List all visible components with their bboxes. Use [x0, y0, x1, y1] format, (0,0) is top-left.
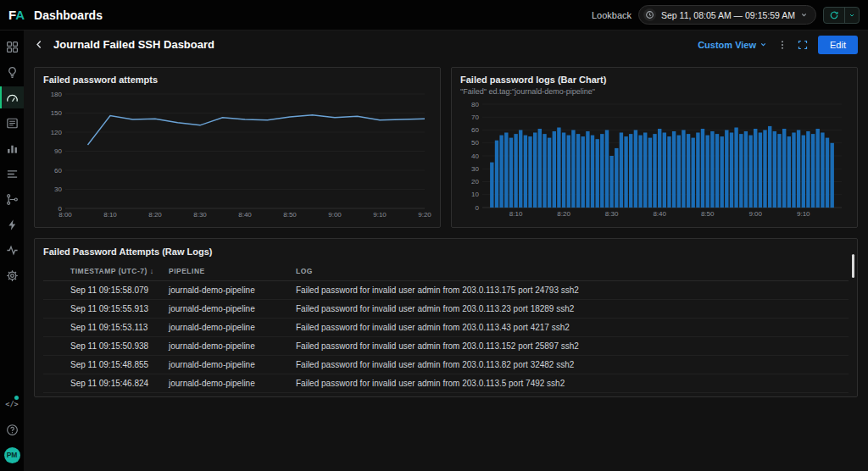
notification-dot: [14, 396, 19, 400]
svg-text:150: 150: [51, 109, 63, 117]
lightning-icon: [6, 219, 19, 231]
fullscreen-button[interactable]: [798, 40, 808, 50]
timestamp-cell: Sep 11 09:15:48.855: [43, 356, 162, 374]
svg-text:8:30: 8:30: [193, 211, 207, 219]
svg-text:8:30: 8:30: [605, 210, 619, 218]
sidebar-item-events[interactable]: [0, 213, 24, 236]
logo-letter-a: A: [15, 8, 24, 22]
table-row[interactable]: Sep 11 09:15:50.938journald-demo-pipelin…: [43, 337, 849, 356]
raw-logs-panel: Failed Password Attempts (Raw Logs) TIME…: [34, 238, 858, 397]
svg-text:30: 30: [54, 186, 62, 193]
refresh-button[interactable]: [824, 8, 844, 23]
view-selector[interactable]: Custom View: [698, 40, 767, 50]
gauge-icon: [6, 91, 19, 104]
table-row[interactable]: Sep 11 09:15:55.913journald-demo-pipelin…: [43, 300, 849, 319]
svg-text:40: 40: [471, 152, 479, 160]
svg-text:8:50: 8:50: [701, 210, 715, 218]
failed-logs-bar-chart: 010203040506070808:108:208:308:408:509:0…: [460, 98, 849, 219]
log-cell: Failed password for invalid user admin f…: [289, 281, 849, 300]
logs-list-icon: [6, 117, 19, 130]
pipeline-cell: journald-demo-pipeline: [162, 356, 289, 374]
svg-text:30: 30: [471, 165, 479, 173]
main-area: Journald Failed SSH Dasboard Custom View…: [24, 30, 868, 471]
help-icon: [6, 424, 19, 436]
table-header-row: TIMESTAMP (UTC-7)↓ PIPELINE LOG: [43, 262, 849, 281]
lightbulb-icon: [6, 66, 19, 79]
sort-desc-icon: ↓: [150, 267, 154, 275]
code-icon: </>: [5, 400, 18, 408]
sidebar-item-user[interactable]: PM: [0, 444, 24, 466]
svg-text:8:50: 8:50: [283, 211, 297, 219]
panel-title: Failed password logs (Bar Chart): [460, 75, 849, 85]
log-table-body: Sep 11 09:15:58.079journald-demo-pipelin…: [43, 281, 849, 393]
svg-text:80: 80: [471, 101, 479, 108]
log-cell: Failed password for invalid user admin f…: [289, 356, 849, 374]
sidebar-item-streams[interactable]: [0, 163, 24, 185]
top-bar: FA Dashboards Lookback Sep 11, 08:05 AM …: [0, 0, 868, 30]
line-chart-panel: Failed password attempts 030609012015018…: [34, 67, 441, 228]
pipeline-cell: journald-demo-pipeline: [162, 319, 289, 337]
view-selector-label: Custom View: [698, 40, 756, 50]
back-button[interactable]: [34, 39, 45, 50]
svg-text:8:10: 8:10: [103, 211, 117, 219]
sidebar-item-help[interactable]: [0, 418, 24, 441]
streams-icon: [6, 168, 19, 180]
svg-text:50: 50: [471, 139, 479, 147]
page-title: Dashboards: [34, 8, 103, 22]
bar-chart-icon: [6, 142, 19, 155]
svg-text:8:40: 8:40: [653, 210, 666, 218]
log-table: TIMESTAMP (UTC-7)↓ PIPELINE LOG Sep 11 0…: [43, 262, 849, 393]
dashboard-title: Journald Failed SSH Dasboard: [53, 38, 214, 51]
edit-button[interactable]: Edit: [818, 36, 858, 54]
sidebar-item-logs[interactable]: [0, 112, 24, 134]
svg-text:60: 60: [54, 167, 62, 175]
timestamp-cell: Sep 11 09:15:53.113: [43, 319, 162, 337]
pipeline-cell: journald-demo-pipeline: [162, 337, 289, 356]
bar-chart-panel: Failed password logs (Bar Chart) "Failed…: [451, 67, 858, 228]
dashboard-header: Journald Failed SSH Dasboard Custom View…: [24, 30, 868, 58]
column-header-timestamp[interactable]: TIMESTAMP (UTC-7)↓: [43, 262, 162, 281]
app-window: FA Dashboards Lookback Sep 11, 08:05 AM …: [0, 0, 868, 471]
column-header-log[interactable]: LOG: [289, 262, 849, 281]
sidebar-item-monitors[interactable]: [0, 239, 24, 261]
log-cell: Failed password for invalid user admin f…: [289, 319, 849, 337]
sidebar-item-pipelines[interactable]: [0, 188, 24, 210]
kebab-menu-button[interactable]: [777, 40, 787, 50]
lookback-label: Lookback: [592, 10, 632, 20]
table-row[interactable]: Sep 11 09:15:46.824journald-demo-pipelin…: [43, 374, 849, 393]
svg-text:8:40: 8:40: [238, 211, 252, 219]
table-row[interactable]: Sep 11 09:15:48.855journald-demo-pipelin…: [43, 356, 849, 374]
pipeline-cell: journald-demo-pipeline: [162, 281, 289, 300]
sidebar-item-dashboards[interactable]: [0, 86, 24, 108]
app-logo[interactable]: FA: [8, 8, 24, 22]
timestamp-cell: Sep 11 09:15:50.938: [43, 337, 162, 356]
svg-text:8:20: 8:20: [148, 211, 162, 219]
time-range-picker[interactable]: Sep 11, 08:05 AM — 09:15:59 AM: [638, 5, 816, 25]
timestamp-cell: Sep 11 09:15:58.079: [43, 281, 162, 300]
logo-letter-f: F: [8, 8, 15, 22]
panel-title: Failed password attempts: [43, 75, 431, 85]
refresh-interval-dropdown[interactable]: [844, 8, 859, 23]
top-panel-row: Failed password attempts 030609012015018…: [34, 67, 858, 228]
timestamp-cell: Sep 11 09:15:55.913: [43, 300, 162, 319]
table-row[interactable]: Sep 11 09:15:58.079journald-demo-pipelin…: [43, 281, 849, 300]
dashboard-grid-icon: [6, 41, 19, 53]
clock-icon: [643, 8, 656, 21]
sidebar-item-dev-tools[interactable]: </>: [0, 393, 24, 415]
panel-title: Failed Password Attempts (Raw Logs): [43, 247, 849, 257]
svg-text:70: 70: [471, 114, 479, 121]
svg-text:10: 10: [471, 191, 479, 198]
activity-icon: [6, 244, 19, 257]
column-header-pipeline[interactable]: PIPELINE: [162, 262, 289, 281]
svg-text:8:20: 8:20: [557, 210, 570, 218]
table-scrollbar-thumb[interactable]: [852, 254, 854, 278]
sidebar-item-metrics[interactable]: [0, 137, 24, 159]
pipeline-cell: journald-demo-pipeline: [162, 374, 289, 393]
dashboard-actions: Custom View Edit: [698, 36, 858, 54]
table-row[interactable]: Sep 11 09:15:53.113journald-demo-pipelin…: [43, 319, 849, 337]
refresh-control: [823, 7, 860, 24]
log-cell: Failed password for invalid user admin f…: [289, 300, 849, 319]
sidebar-item-home[interactable]: [0, 36, 24, 58]
sidebar-item-settings[interactable]: [0, 264, 24, 286]
sidebar-item-discover[interactable]: [0, 61, 24, 83]
